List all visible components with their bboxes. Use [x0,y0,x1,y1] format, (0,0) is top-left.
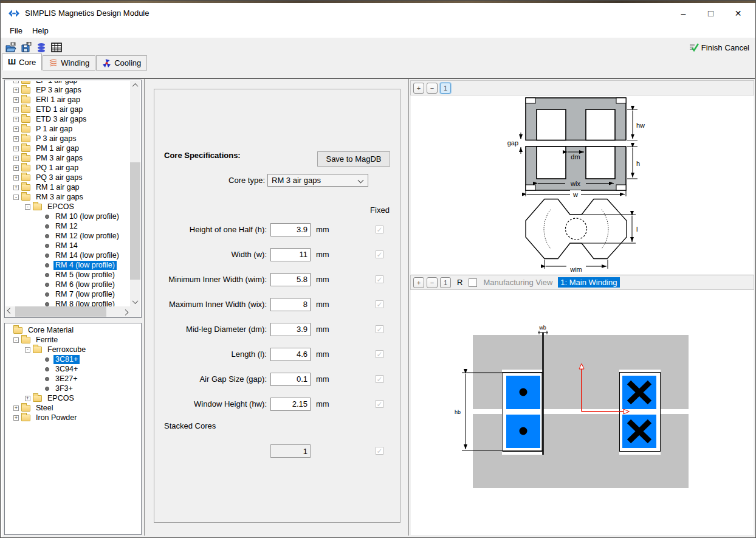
menu-file[interactable]: File [5,25,27,36]
tree-item-label[interactable]: ETD 3 air gaps [34,115,88,124]
tree-item-label[interactable]: P 1 air gap [34,125,74,134]
spec-input[interactable] [270,373,311,386]
tree-item-label[interactable]: P 3 air gaps [34,134,78,143]
expand-icon[interactable]: + [13,405,19,411]
tree-item-label[interactable]: Ferroxcube [46,345,88,354]
tree-item-label[interactable]: RM 14 [53,241,80,250]
scroll-down-icon[interactable] [130,297,140,306]
tree-item[interactable]: 3E27+ [5,374,140,384]
tree-item[interactable]: +Steel [5,403,140,413]
minimize-button[interactable]: – [670,5,697,22]
cancel-button[interactable]: Cancel [725,43,749,52]
tree-item[interactable]: +ERI 1 air gap [5,95,130,105]
zoom-out-button[interactable]: − [427,83,438,94]
tree-item[interactable]: Core Material [5,325,140,335]
finish-button[interactable]: Finish [689,43,723,52]
tree-item[interactable]: RM 12 (low profile) [5,231,130,241]
tree-item[interactable]: 3C81+ [5,354,140,364]
splitter-right[interactable] [408,79,409,536]
tree-item[interactable]: RM 5 (low profile) [5,270,130,280]
tree-item[interactable]: -RM 3 air gaps [5,192,130,202]
tree-item[interactable]: +PQ 3 air gaps [5,173,130,182]
zoom-in-button[interactable]: + [413,83,424,94]
expand-icon[interactable]: + [13,97,19,103]
tree-item[interactable]: RM 8 (low profile) [5,299,130,306]
tree-item-label[interactable]: EPCOS [46,202,76,212]
tree-item[interactable]: +RM 1 air gap [5,182,130,192]
tree-item-label[interactable]: Ferrite [34,336,60,345]
zoom-in-button[interactable]: + [413,277,424,288]
close-button[interactable]: ✕ [724,5,752,22]
expand-icon[interactable]: + [13,415,19,421]
tree-item-label[interactable]: RM 5 (low profile) [53,271,117,280]
core-tree-hscrollbar[interactable] [5,306,130,317]
winding-selector[interactable]: 1: Main Winding [558,277,619,288]
expand-icon[interactable]: + [25,396,30,401]
zoom-reset-button[interactable]: 1 [440,277,451,288]
open-magdb-icon[interactable] [4,41,18,53]
tree-item[interactable]: +Iron Powder [5,413,140,422]
tree-item[interactable]: RM 12 [5,221,130,231]
expand-icon[interactable]: + [13,175,19,181]
collapse-icon[interactable]: - [13,195,19,200]
tree-item[interactable]: RM 4 (low profile) [5,260,130,270]
collapse-icon[interactable]: - [13,337,19,343]
save-magdb-icon[interactable] [19,41,33,53]
tree-item-label[interactable]: PQ 3 air gaps [34,173,84,182]
expand-icon[interactable]: + [13,117,19,122]
tree-item-label[interactable]: 3C94+ [53,365,80,374]
tree-item-label[interactable]: RM 4 (low profile) [53,261,117,270]
tree-item[interactable]: RM 14 [5,241,130,250]
expand-icon[interactable]: + [13,81,19,83]
expand-icon[interactable]: + [13,185,19,190]
tree-item-label[interactable]: RM 14 (low profile) [53,251,121,260]
collapse-icon[interactable]: - [25,204,30,210]
spec-input[interactable] [270,348,311,361]
tree-item[interactable]: 3F3+ [5,384,140,393]
tree-item[interactable]: +PQ 1 air gap [5,163,130,173]
zoom-out-button[interactable]: − [427,277,438,288]
vscroll-thumb[interactable] [130,162,140,280]
menu-help[interactable]: Help [28,25,53,36]
hscroll-thumb[interactable] [15,306,106,317]
tree-item[interactable]: +ETD 3 air gaps [5,114,130,124]
tree-item-label[interactable]: RM 12 (low profile) [53,232,121,241]
tree-item-label[interactable]: RM 8 (low profile) [53,300,117,307]
expand-icon[interactable]: + [13,165,19,171]
tab-winding[interactable]: Winding [43,55,95,71]
splitter-left[interactable] [144,79,145,536]
tree-item-label[interactable]: PM 3 air gaps [34,154,84,163]
tree-item[interactable]: +PM 1 air gap [5,143,130,153]
tab-core[interactable]: Ш Core [2,53,42,71]
expand-icon[interactable]: + [13,88,19,93]
tree-item-label[interactable]: RM 7 (low profile) [53,290,117,299]
tree-item[interactable]: 3C94+ [5,364,140,374]
tree-item[interactable]: +EP 3 air gaps [5,85,130,95]
scroll-up-icon[interactable] [130,81,140,90]
tree-item-label[interactable]: RM 6 (low profile) [53,280,117,289]
tree-item[interactable]: RM 6 (low profile) [5,280,130,289]
zoom-reset-button[interactable]: 1 [440,83,451,94]
tree-item-label[interactable]: EP 1 air gap [34,81,80,85]
scroll-right-icon[interactable] [121,306,130,317]
spec-input[interactable] [270,298,311,311]
tree-item[interactable]: -Ferroxcube [5,345,140,354]
stacked-cores-input[interactable] [270,444,311,458]
tree-item-label[interactable]: RM 12 [53,222,80,231]
spec-input[interactable] [270,398,311,411]
tree-item-label[interactable]: Core Material [26,326,75,335]
tree-item-label[interactable]: Steel [34,404,55,413]
tree-item-label[interactable]: PM 1 air gap [34,144,81,153]
manufacturing-view-checkbox[interactable] [469,278,477,287]
maximize-button[interactable]: □ [697,5,724,22]
tab-cooling[interactable]: Cooling [96,55,147,71]
expand-icon[interactable]: + [13,146,19,151]
tree-item-label[interactable]: RM 1 air gap [34,183,81,192]
tree-item-label[interactable]: EP 3 air gaps [34,86,83,95]
database-icon[interactable] [35,41,48,53]
tree-item[interactable]: -Ferrite [5,335,140,345]
expand-icon[interactable]: + [13,156,19,161]
tree-item[interactable]: +P 1 air gap [5,124,130,134]
spec-input[interactable] [270,223,311,236]
tree-item-label[interactable]: 3E27+ [53,374,80,384]
